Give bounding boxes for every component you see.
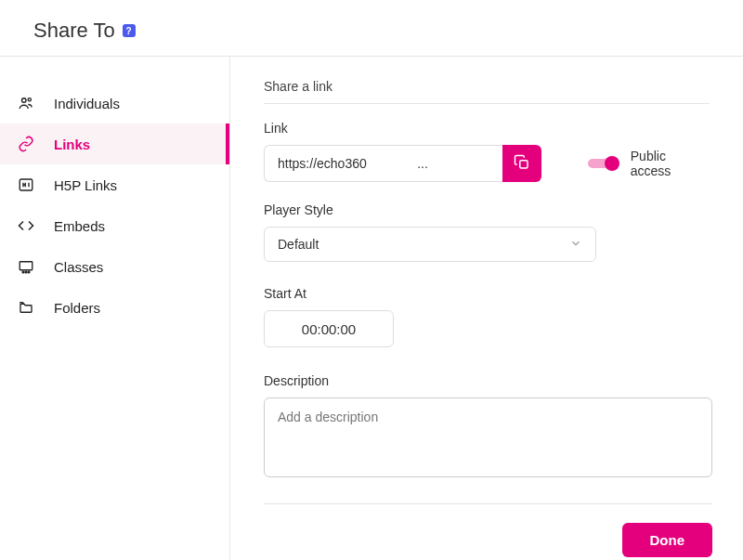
svg-point-4 [22, 271, 24, 273]
sidebar-item-folders[interactable]: Folders [0, 287, 229, 328]
sidebar-item-label: Individuals [54, 96, 120, 111]
sidebar-item-embeds[interactable]: Embeds [0, 205, 229, 246]
svg-rect-3 [20, 262, 33, 270]
toggle-knob [605, 156, 619, 171]
link-icon [17, 135, 35, 153]
chevron-down-icon [569, 237, 582, 253]
description-label: Description [264, 373, 710, 388]
sidebar-item-classes[interactable]: Classes [0, 246, 229, 287]
player-style-label: Player Style [264, 202, 710, 217]
link-label: Link [264, 121, 710, 136]
sidebar-item-label: H5P Links [54, 177, 117, 193]
h5p-icon [17, 176, 35, 194]
svg-point-0 [22, 98, 27, 103]
svg-rect-7 [520, 160, 528, 167]
svg-point-5 [25, 271, 27, 273]
sidebar-item-individuals[interactable]: Individuals [0, 83, 229, 124]
player-style-select[interactable]: Default [264, 227, 596, 262]
svg-rect-2 [20, 179, 33, 190]
sidebar-item-label: Links [54, 137, 90, 152]
svg-point-6 [28, 271, 30, 273]
sidebar-item-label: Folders [54, 300, 100, 316]
sidebar-item-label: Classes [54, 259, 103, 275]
public-access-label: Public access [631, 149, 710, 178]
done-button[interactable]: Done [622, 523, 713, 557]
sidebar-item-label: Embeds [54, 218, 105, 234]
description-textarea[interactable] [264, 397, 712, 477]
section-title: Share a link [264, 79, 710, 104]
help-icon[interactable]: ? [123, 24, 136, 37]
sidebar-item-h5p-links[interactable]: H5P Links [0, 164, 229, 205]
main-content: Share a link Link Public access Player S… [230, 57, 743, 560]
code-icon [17, 216, 35, 235]
copy-button[interactable] [502, 145, 541, 182]
select-value: Default [278, 237, 319, 252]
public-access-toggle[interactable] [588, 159, 618, 168]
sidebar-item-links[interactable]: Links [0, 124, 229, 164]
classes-icon [17, 257, 35, 276]
sidebar: Individuals Links H5P Links Embeds Class… [0, 57, 230, 560]
start-at-input[interactable] [264, 310, 394, 347]
page-title: Share To [33, 19, 115, 43]
divider [264, 503, 712, 504]
svg-point-1 [28, 98, 31, 101]
link-input[interactable] [264, 145, 502, 182]
people-icon [17, 94, 35, 112]
start-at-label: Start At [264, 286, 710, 301]
folder-icon [17, 298, 35, 317]
copy-icon [514, 154, 530, 174]
